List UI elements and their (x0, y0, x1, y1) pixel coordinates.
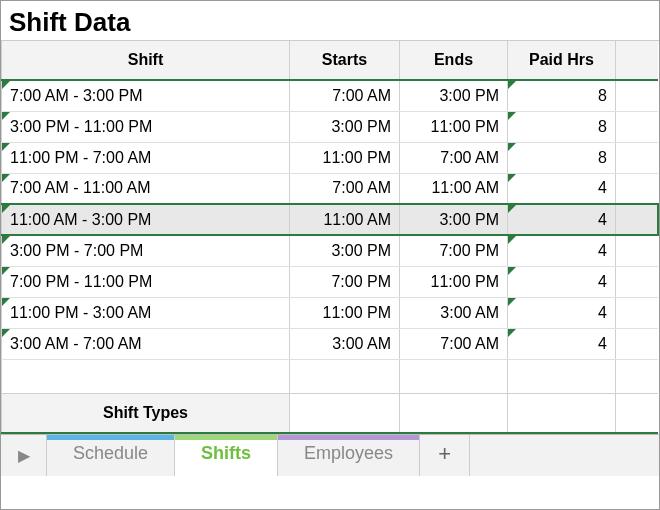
table-row-blank[interactable] (2, 359, 659, 393)
tab-shifts[interactable]: Shifts (175, 435, 278, 476)
cell-shift[interactable]: 11:00 AM - 3:00 PM (2, 204, 290, 235)
cell-empty[interactable] (616, 393, 659, 433)
table-header-row: Shift Starts Ends Paid Hrs (2, 41, 659, 80)
cell-paid-hrs[interactable]: 4 (508, 204, 616, 235)
cell-ends[interactable]: 3:00 AM (400, 297, 508, 328)
cell-starts[interactable]: 7:00 AM (290, 173, 400, 204)
cell-empty[interactable] (616, 204, 659, 235)
cell-shift[interactable]: 11:00 PM - 7:00 AM (2, 142, 290, 173)
sheet-nav-button[interactable]: ▶ (1, 435, 47, 476)
page-title: Shift Data (1, 1, 659, 41)
tab-schedule[interactable]: Schedule (47, 435, 175, 476)
cell-paid-hrs[interactable]: 4 (508, 297, 616, 328)
cell-ends[interactable]: 11:00 PM (400, 111, 508, 142)
cell-starts[interactable]: 7:00 AM (290, 80, 400, 111)
section-header-row: Shift Types (2, 393, 659, 433)
cell-empty[interactable] (616, 328, 659, 359)
cell-shift[interactable]: 11:00 PM - 3:00 AM (2, 297, 290, 328)
cell-starts[interactable]: 3:00 PM (290, 235, 400, 266)
cell-starts[interactable]: 3:00 PM (290, 111, 400, 142)
col-header-ends[interactable]: Ends (400, 41, 508, 80)
cell-shift[interactable]: 3:00 PM - 7:00 PM (2, 235, 290, 266)
cell-shift[interactable]: 7:00 AM - 3:00 PM (2, 80, 290, 111)
table-row[interactable]: 3:00 AM - 7:00 AM3:00 AM7:00 AM4 (2, 328, 659, 359)
cell-starts[interactable]: 11:00 PM (290, 297, 400, 328)
cell-empty[interactable] (616, 173, 659, 204)
cell-ends[interactable]: 7:00 AM (400, 142, 508, 173)
cell-empty[interactable] (2, 359, 290, 393)
section-header-shift-types[interactable]: Shift Types (2, 393, 290, 433)
cell-empty[interactable] (400, 359, 508, 393)
cell-empty[interactable] (616, 80, 659, 111)
cell-empty[interactable] (616, 142, 659, 173)
cell-empty[interactable] (508, 393, 616, 433)
cell-shift[interactable]: 7:00 PM - 11:00 PM (2, 266, 290, 297)
table-row[interactable]: 11:00 PM - 3:00 AM11:00 PM3:00 AM4 (2, 297, 659, 328)
cell-ends[interactable]: 7:00 AM (400, 328, 508, 359)
cell-empty[interactable] (290, 393, 400, 433)
tab-add-sheet[interactable]: + (420, 435, 470, 476)
cell-empty[interactable] (616, 359, 659, 393)
cell-paid-hrs[interactable]: 8 (508, 80, 616, 111)
shift-table: Shift Starts Ends Paid Hrs 7:00 AM - 3:0… (1, 41, 659, 434)
tab-employees[interactable]: Employees (278, 435, 420, 476)
cell-empty[interactable] (616, 297, 659, 328)
cell-starts[interactable]: 11:00 PM (290, 142, 400, 173)
cell-empty[interactable] (616, 111, 659, 142)
cell-shift[interactable]: 3:00 AM - 7:00 AM (2, 328, 290, 359)
col-header-paid-hrs[interactable]: Paid Hrs (508, 41, 616, 80)
cell-ends[interactable]: 7:00 PM (400, 235, 508, 266)
cell-starts[interactable]: 3:00 AM (290, 328, 400, 359)
cell-shift[interactable]: 7:00 AM - 11:00 AM (2, 173, 290, 204)
cell-starts[interactable]: 7:00 PM (290, 266, 400, 297)
cell-ends[interactable]: 3:00 PM (400, 80, 508, 111)
cell-ends[interactable]: 11:00 AM (400, 173, 508, 204)
table-row[interactable]: 7:00 AM - 11:00 AM7:00 AM11:00 AM4 (2, 173, 659, 204)
table-row[interactable]: 11:00 PM - 7:00 AM11:00 PM7:00 AM8 (2, 142, 659, 173)
cell-paid-hrs[interactable]: 4 (508, 266, 616, 297)
table-row[interactable]: 3:00 PM - 7:00 PM3:00 PM7:00 PM4 (2, 235, 659, 266)
cell-starts[interactable]: 11:00 AM (290, 204, 400, 235)
table-row[interactable]: 7:00 AM - 3:00 PM7:00 AM3:00 PM8 (2, 80, 659, 111)
cell-empty[interactable] (508, 359, 616, 393)
cell-empty[interactable] (290, 359, 400, 393)
col-header-starts[interactable]: Starts (290, 41, 400, 80)
cell-paid-hrs[interactable]: 8 (508, 111, 616, 142)
cell-paid-hrs[interactable]: 4 (508, 173, 616, 204)
cell-empty[interactable] (616, 235, 659, 266)
cell-empty[interactable] (400, 393, 508, 433)
cell-ends[interactable]: 3:00 PM (400, 204, 508, 235)
table-row[interactable]: 7:00 PM - 11:00 PM7:00 PM11:00 PM4 (2, 266, 659, 297)
table-row[interactable]: 3:00 PM - 11:00 PM3:00 PM11:00 PM8 (2, 111, 659, 142)
cell-paid-hrs[interactable]: 4 (508, 328, 616, 359)
play-icon: ▶ (18, 446, 30, 465)
table-row[interactable]: 11:00 AM - 3:00 PM11:00 AM3:00 PM4 (2, 204, 659, 235)
cell-ends[interactable]: 11:00 PM (400, 266, 508, 297)
col-header-shift[interactable]: Shift (2, 41, 290, 80)
cell-paid-hrs[interactable]: 8 (508, 142, 616, 173)
col-header-empty (616, 41, 659, 80)
cell-paid-hrs[interactable]: 4 (508, 235, 616, 266)
cell-shift[interactable]: 3:00 PM - 11:00 PM (2, 111, 290, 142)
sheet-tabs: ▶ Schedule Shifts Employees + (1, 434, 659, 476)
cell-empty[interactable] (616, 266, 659, 297)
